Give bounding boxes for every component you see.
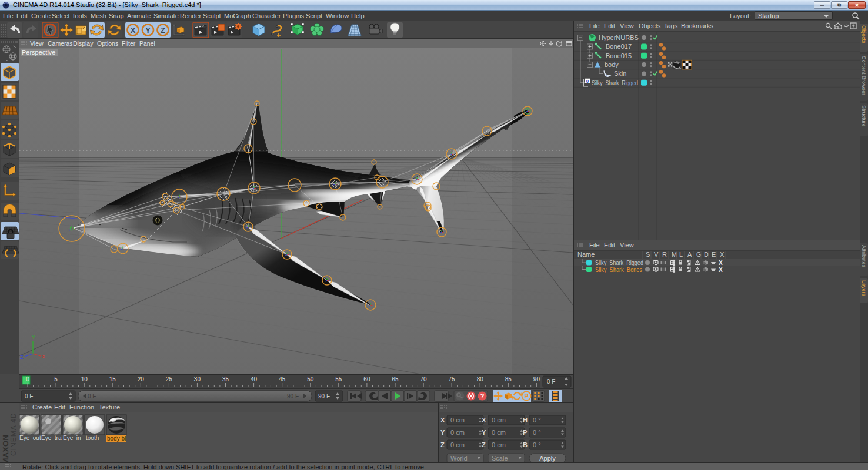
svg-text:Apply: Apply [539, 455, 556, 462]
svg-text:Edit: Edit [604, 241, 615, 249]
svg-text:X: X [719, 260, 723, 266]
svg-text:Y: Y [482, 429, 486, 436]
svg-text:Silky_Shark_Rigged: Silky_Shark_Rigged [595, 259, 643, 266]
svg-text:40: 40 [251, 376, 258, 382]
svg-text:Tags: Tags [664, 22, 678, 29]
svg-text:0 cm: 0 cm [450, 417, 465, 424]
svg-text:70: 70 [420, 376, 428, 382]
svg-text:0 °: 0 ° [533, 441, 541, 448]
svg-text:X: X [719, 267, 723, 273]
svg-text:E: E [712, 251, 716, 258]
svg-text:0 cm: 0 cm [450, 441, 465, 448]
svg-text:Objects: Objects [639, 22, 661, 29]
svg-text:View: View [620, 22, 634, 29]
svg-text:X: X [440, 417, 445, 424]
svg-text:25: 25 [166, 376, 173, 382]
svg-text:35: 35 [222, 376, 229, 382]
svg-text:0 F: 0 F [547, 378, 555, 385]
svg-text:30: 30 [194, 376, 201, 382]
svg-text:20: 20 [138, 376, 145, 382]
svg-text:0 cm: 0 cm [492, 417, 506, 424]
svg-text:Eye_out: Eye_out [19, 435, 41, 441]
svg-text:R: R [662, 251, 667, 258]
svg-text:Z: Z [440, 441, 445, 448]
svg-text:0 °: 0 ° [533, 429, 541, 436]
svg-text:Name: Name [577, 251, 595, 258]
svg-text:90: 90 [533, 376, 540, 382]
svg-text:body: body [605, 61, 619, 68]
svg-text:0: 0 [26, 376, 29, 382]
svg-text:Silky_Shark_Bones: Silky_Shark_Bones [595, 266, 642, 273]
svg-text:View: View [620, 241, 634, 249]
svg-text:H: H [523, 417, 528, 424]
svg-text:X: X [720, 251, 725, 258]
svg-text:G: G [696, 251, 702, 258]
svg-text:P: P [523, 429, 527, 436]
svg-text:B: B [523, 441, 528, 448]
svg-text:Bookmarks: Bookmarks [681, 22, 714, 29]
svg-text:Y: Y [145, 26, 151, 35]
svg-text:0: 0 [586, 79, 589, 84]
svg-text:0 F: 0 F [25, 393, 33, 400]
svg-text:0 cm: 0 cm [492, 441, 506, 448]
svg-text:Bone017: Bone017 [606, 43, 632, 50]
svg-text:Y: Y [440, 429, 445, 436]
svg-text:V: V [654, 251, 659, 258]
svg-text:5: 5 [54, 376, 58, 382]
svg-text:45: 45 [279, 376, 286, 382]
svg-text:Skin: Skin [614, 70, 626, 77]
svg-text:Eye_in: Eye_in [63, 435, 81, 441]
svg-text:0 cm: 0 cm [492, 429, 506, 436]
svg-text:body bl: body bl [107, 435, 126, 442]
svg-text:tooth: tooth [86, 435, 99, 441]
svg-text:File: File [589, 241, 600, 249]
svg-text:85: 85 [505, 376, 512, 382]
svg-text:10: 10 [81, 376, 88, 382]
svg-text:0 cm: 0 cm [450, 429, 465, 436]
svg-text:50: 50 [307, 376, 314, 382]
svg-text:World: World [450, 455, 468, 462]
svg-text:65: 65 [392, 376, 399, 382]
svg-text:X: X [482, 417, 486, 424]
svg-text:Edit: Edit [604, 22, 615, 29]
svg-text:X: X [42, 354, 45, 360]
svg-text:0 °: 0 ° [533, 417, 541, 424]
svg-text:Eye_tra: Eye_tra [41, 435, 62, 441]
svg-text:X: X [131, 26, 136, 35]
svg-text:Bone015: Bone015 [606, 52, 632, 59]
svg-text:Z: Z [161, 26, 165, 35]
svg-text:HyperNURBS: HyperNURBS [599, 34, 639, 41]
svg-text:P: P [524, 392, 528, 400]
svg-text:90 F: 90 F [318, 393, 330, 400]
svg-text:60: 60 [363, 376, 370, 382]
svg-text:Y: Y [32, 334, 35, 340]
svg-text:55: 55 [335, 376, 342, 382]
svg-text:Z: Z [20, 354, 24, 360]
svg-text:80: 80 [477, 376, 484, 382]
svg-text:File: File [589, 22, 600, 29]
svg-text:0 F: 0 F [88, 393, 96, 400]
svg-text:15: 15 [109, 376, 116, 382]
svg-text:75: 75 [449, 376, 456, 382]
svg-text:D: D [704, 251, 709, 258]
svg-text:Silky_Shark_Rigged: Silky_Shark_Rigged [592, 79, 638, 86]
svg-text:L: L [679, 251, 683, 258]
svg-text:Z: Z [482, 441, 486, 448]
svg-text:S: S [646, 251, 650, 258]
svg-text:Scale: Scale [492, 455, 508, 462]
svg-text:A: A [687, 251, 692, 258]
svg-text:90 F: 90 F [287, 393, 299, 400]
svg-text:?: ? [480, 392, 485, 400]
